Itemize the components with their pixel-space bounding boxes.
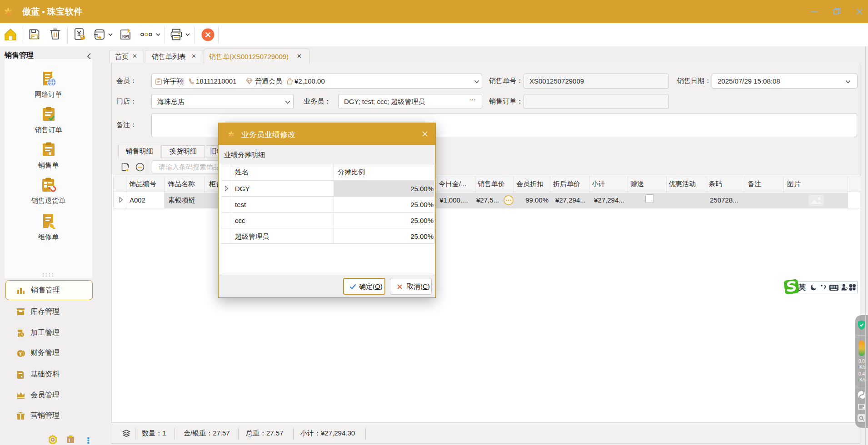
svg-text:¥: ¥ — [49, 151, 52, 156]
svg-text:KPI: KPI — [122, 34, 129, 39]
svg-text:¥: ¥ — [19, 351, 22, 356]
